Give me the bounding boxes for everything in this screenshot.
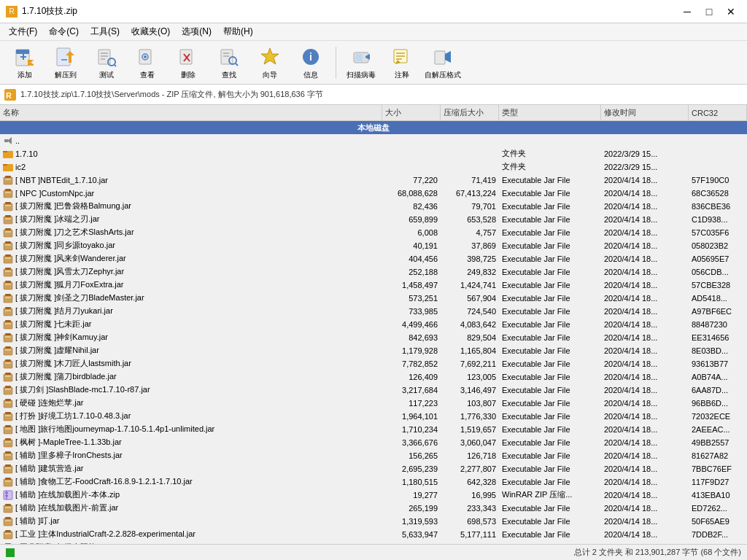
file-size: 82,436 — [382, 202, 441, 211]
list-item[interactable]: [ 辅助 ]建筑营造.jar2,695,2392,277,807Executab… — [0, 462, 747, 475]
list-item[interactable]: [ 拔刀附魔 ]风来剑Wanderer.jar404,456398,725Exe… — [0, 252, 747, 265]
col-size[interactable]: 大小 — [382, 105, 441, 120]
svg-rect-57 — [4, 217, 12, 224]
col-modified[interactable]: 修改时间 — [601, 105, 689, 120]
scan-button[interactable]: 扫描病毒 — [342, 44, 380, 82]
maximize-button[interactable]: □ — [699, 3, 719, 20]
file-crc32: 93613B77 — [689, 359, 747, 368]
file-compressed: 653,528 — [441, 215, 499, 224]
jar-icon — [3, 188, 13, 198]
list-item[interactable]: [ 工业 ]主体IndustrialCraft-2.2.828-experime… — [0, 528, 747, 541]
menu-file[interactable]: 文件(F) — [3, 24, 43, 39]
svg-rect-74 — [5, 284, 11, 285]
list-item[interactable]: [ 拔刀附魔 ]虚耀Nihil.jar1,179,9281,165,804Exe… — [0, 344, 747, 357]
file-compressed: 1,776,330 — [441, 412, 499, 421]
close-button[interactable]: ✕ — [721, 3, 741, 20]
svg-rect-47 — [3, 164, 7, 166]
list-item[interactable]: [ 枫树 ]-MapleTree-1.1.33b.jar3,366,6763,0… — [0, 436, 747, 449]
svg-rect-63 — [4, 243, 12, 250]
svg-rect-99 — [4, 400, 12, 408]
list-item[interactable]: [ 拔刀附魔 ]七未距.jar4,499,4664,083,642Executa… — [0, 318, 747, 331]
list-item[interactable]: [ 拔刀附魔 ]木刀匠人lastsmith.jar7,782,8527,692,… — [0, 357, 747, 370]
list-item[interactable]: [ 拔刀附魔 ]神剑Kamuy.jar842,693829,504Executa… — [0, 331, 747, 344]
file-name: ic2 — [15, 163, 26, 171]
col-crc32[interactable]: CRC32 — [689, 105, 747, 120]
list-item[interactable]: [ 拔刀附魔 ]狐月刀FoxExtra.jar1,458,4971,424,74… — [0, 279, 747, 292]
list-item[interactable]: [ 打扮 ]好境工坊1.7.10-0.48.3.jar1,964,1011,77… — [0, 410, 747, 423]
list-item[interactable]: [ 拔刀剑 ]SlashBlade-mc1.7.10-r87.jar3,217,… — [0, 384, 747, 397]
svg-rect-106 — [5, 425, 11, 427]
list-item[interactable]: [ 辅助 ]在线加载图片-前置.jar265,199233,343Executa… — [0, 502, 747, 515]
list-item[interactable]: [ 拔刀附魔 ]刀之艺术SlashArts.jar6,0084,757Execu… — [0, 226, 747, 239]
list-item[interactable]: [ 辅助 ]里多樟子IronChests.jar156,265126,718Ex… — [0, 449, 747, 462]
svg-rect-105 — [4, 427, 12, 434]
file-crc32: 6AA87D... — [689, 386, 747, 394]
svg-rect-126 — [5, 507, 11, 508]
find-button[interactable]: 查找 — [210, 44, 248, 82]
file-modified: 2020/4/14 18... — [601, 320, 689, 329]
list-item[interactable]: [ 地图 ]旅行地图journeymap-1.7.10-5.1.4p1-unli… — [0, 423, 747, 436]
list-item[interactable]: [ 拔刀附魔 ]冰端之刃.jar659,899653,528Executable… — [0, 213, 747, 226]
file-compressed: 567,904 — [441, 294, 499, 303]
comment-button[interactable]: 注释 — [383, 44, 421, 82]
file-type: Executable Jar File — [499, 399, 601, 408]
list-item[interactable]: [ 拔刀附魔 ]结月刀yukari.jar733,985724,540Execu… — [0, 305, 747, 318]
file-modified: 2020/4/14 18... — [601, 307, 689, 316]
svg-rect-114 — [4, 466, 12, 473]
view-icon — [136, 45, 159, 69]
svg-text:+: + — [31, 58, 35, 66]
menu-tools[interactable]: 工具(S) — [85, 24, 125, 39]
col-name[interactable]: 名称 — [0, 105, 382, 120]
svg-rect-61 — [5, 228, 11, 230]
list-item[interactable]: [ NPC ]CustomNpc.jar68,088,62867,413,224… — [0, 187, 747, 200]
test-icon — [95, 45, 118, 69]
view-button[interactable]: 查看 — [128, 44, 166, 82]
sfx-button[interactable]: 自解压格式 — [424, 44, 462, 82]
list-item[interactable]: [ 辅助 ]食物工艺-FoodCraft-16.8.9-1.2.1-1.7.10… — [0, 475, 747, 489]
file-size: 4,499,466 — [382, 320, 441, 329]
menu-help[interactable]: 帮助(H) — [217, 24, 259, 39]
list-item[interactable]: 1.7.10文件夹2022/3/29 15... — [0, 147, 747, 160]
file-crc32: 50F65AE9 — [689, 517, 747, 526]
folder-icon — [3, 149, 13, 159]
file-name-cell: [ 地图 ]旅行地图journeymap-1.7.10-5.1.4p1-unli… — [0, 424, 382, 435]
menu-favorites[interactable]: 收藏夹(O) — [125, 24, 176, 39]
col-type[interactable]: 类型 — [499, 105, 601, 120]
list-item[interactable]: [ 拔刀附魔 ]巴鲁袋格Balmung.jar82,43679,701Execu… — [0, 200, 747, 213]
wizard-button[interactable]: 向导 — [251, 44, 289, 82]
list-item[interactable]: [ NBT ]NBTEdit_1.7.10.jar77,22071,419Exe… — [0, 174, 747, 187]
file-name: [ 拔刀附魔 ]同乡源toyako.jar — [15, 240, 115, 251]
minimize-button[interactable]: ─ — [677, 3, 697, 20]
add-button[interactable]: + 添加 — [6, 44, 44, 82]
list-item[interactable]: [ 拔刀附魔 ]风雪太刀Zephyr.jar252,188249,832Exec… — [0, 265, 747, 279]
jar-icon — [3, 201, 13, 211]
file-compressed: 67,413,224 — [441, 189, 499, 198]
info-button[interactable]: i 信息 — [292, 44, 330, 82]
delete-button[interactable]: 删除 — [169, 44, 207, 82]
svg-rect-116 — [5, 467, 11, 469]
list-item[interactable]: [ 拔刀附魔 ]同乡源toyako.jar40,19137,869Executa… — [0, 239, 747, 252]
menu-command[interactable]: 命令(C) — [43, 24, 85, 39]
app-icon: R — [6, 6, 18, 18]
col-compressed[interactable]: 压缩后大小 — [441, 105, 499, 120]
menu-options[interactable]: 选项(N) — [176, 24, 217, 39]
list-item[interactable]: ic2文件夹2022/3/29 15... — [0, 160, 747, 174]
jar-icon — [3, 372, 13, 382]
list-item[interactable]: [ 辅助 ]叮.jar1,319,593698,573Executable Ja… — [0, 515, 747, 528]
file-size: 404,456 — [382, 254, 441, 263]
file-size: 3,366,676 — [382, 438, 441, 447]
list-item[interactable]: .. — [0, 134, 747, 147]
list-item[interactable]: [ 辅助 ]在线加载图片-本体.zip19,27716,995WinRAR ZI… — [0, 489, 747, 502]
file-list[interactable]: 本地磁盘 ..1.7.10文件夹2022/3/29 15...ic2文件夹202… — [0, 121, 747, 544]
list-item[interactable]: [ 拔刀附魔 ]蒲刀birdblade.jar126,409123,005Exe… — [0, 370, 747, 384]
list-item[interactable]: [ 拔刀附魔 ]剑圣之刀BladeMaster.jar573,251567,90… — [0, 292, 747, 305]
svg-rect-94 — [5, 373, 11, 375]
extract-button[interactable]: 解压到 — [47, 44, 85, 82]
svg-rect-102 — [4, 413, 12, 421]
list-item[interactable]: [ 硬碰 ]连炮烂苹.jar117,223103,807Executable J… — [0, 397, 747, 410]
test-button[interactable]: 测试 — [88, 44, 125, 82]
file-compressed: 3,060,047 — [441, 438, 499, 447]
address-text: 1.7.10技技.zip\1.7.10技技\Server\mods - ZIP … — [20, 89, 743, 100]
svg-marker-27 — [261, 48, 279, 64]
svg-rect-43 — [4, 139, 8, 142]
